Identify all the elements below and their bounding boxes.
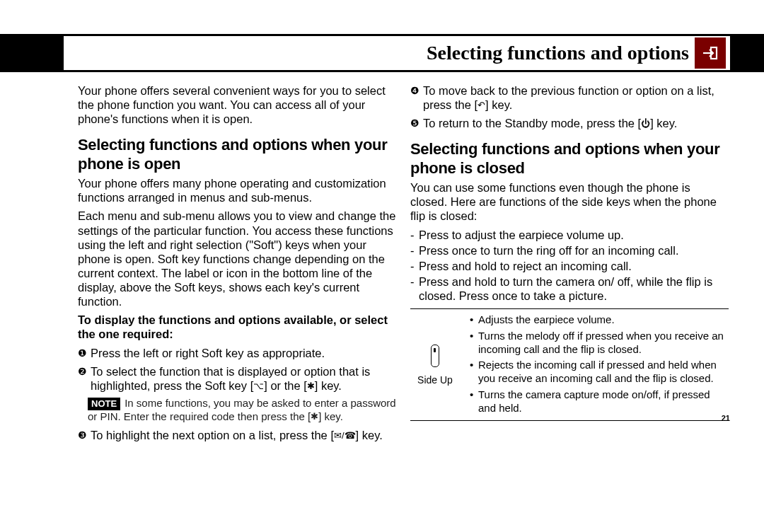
step-4: ❹ To move back to the previous function … <box>410 83 729 112</box>
note-label: NOTE <box>88 398 120 410</box>
closed-dash-list: -Press to adjust the earpiece volume up.… <box>410 228 729 303</box>
back-key-icon: ↶ <box>478 100 485 111</box>
step-3: ❸ To highlight the next option on a list… <box>78 428 396 442</box>
open-para-2: Each menu and sub-menu allows you to vie… <box>78 209 396 308</box>
step-number-1: ❶ <box>78 346 91 360</box>
side-key-bullets: •Adjusts the earpiece volume. •Turns the… <box>470 313 729 417</box>
dash-item-2: -Press once to turn the ring off for an … <box>410 243 729 258</box>
steps-list-cont: ❸ To highlight the next option on a list… <box>78 428 396 442</box>
content-columns: Your phone offers several convenient way… <box>78 83 730 446</box>
header-strip: Selecting functions and options <box>64 36 730 70</box>
step-4-text: To move back to the previous function or… <box>423 83 729 112</box>
step-number-4: ❹ <box>410 83 423 112</box>
note-text-a: In some functions, you may be asked to e… <box>88 397 396 422</box>
mail-phone-key-icon: ✉/☎ <box>334 430 356 441</box>
bullet-1: •Adjusts the earpiece volume. <box>470 313 729 327</box>
step-3-text: To highlight the next option on a list, … <box>91 428 396 442</box>
steps-list-right: ❹ To move back to the previous function … <box>410 83 729 130</box>
side-key-icon-col: Side Up <box>410 345 460 386</box>
right-column: ❹ To move back to the previous function … <box>410 83 729 446</box>
left-column: Your phone offers several convenient way… <box>78 83 396 446</box>
side-key-icon <box>431 345 439 367</box>
step-number-3: ❸ <box>78 428 91 442</box>
page-title: Selecting functions and options <box>427 42 689 64</box>
step-2: ❷ To select the function that is display… <box>78 364 396 393</box>
section-heading-closed: Selecting functions and options when you… <box>410 140 729 178</box>
nav-key-icon: ✱ <box>307 381 315 392</box>
note-box: NOTEIn some functions, you may be asked … <box>88 397 396 424</box>
note-text-b: ] key. <box>318 410 343 422</box>
dash-item-1: -Press to adjust the earpiece volume up. <box>410 228 729 242</box>
nav-key-icon: ✱ <box>311 411 318 422</box>
step-2-text: To select the function that is displayed… <box>91 364 396 393</box>
step-1-text: Press the left or right Soft key as appr… <box>91 346 396 360</box>
closed-para-1: You can use some functions even though t… <box>410 180 729 223</box>
bullet-2: •Turns the melody off if pressed when yo… <box>470 330 729 357</box>
step-5-text: To return to the Standby mode, press the… <box>423 116 729 130</box>
step-number-5: ❺ <box>410 116 423 130</box>
steps-list: ❶ Press the left or right Soft key as ap… <box>78 346 396 393</box>
bullet-3: •Rejects the incoming call if pressed an… <box>470 359 729 386</box>
section-heading-open: Selecting functions and options when you… <box>78 136 396 173</box>
step-number-2: ❷ <box>78 364 91 393</box>
end-key-icon: ⏻ <box>641 118 650 129</box>
side-key-label: Side Up <box>417 374 453 386</box>
intro-text: Your phone offers several convenient way… <box>78 83 396 126</box>
open-para-1: Your phone offers many phone operating a… <box>78 176 396 204</box>
page-number: 21 <box>722 414 730 423</box>
bullet-4: •Turns the camera capture mode on/off, i… <box>470 388 729 415</box>
dash-item-3: -Press and hold to reject an incoming ca… <box>410 259 729 273</box>
steps-lead: To display the functions and options ava… <box>78 313 396 341</box>
side-key-table: Side Up •Adjusts the earpiece volume. •T… <box>410 308 729 421</box>
softkey-icon: ⌥ <box>253 381 264 392</box>
step-1: ❶ Press the left or right Soft key as ap… <box>78 346 396 360</box>
step-5: ❺ To return to the Standby mode, press t… <box>410 116 729 130</box>
dash-item-4: -Press and hold to turn the camera on/ o… <box>410 274 729 303</box>
enter-icon <box>695 37 726 69</box>
